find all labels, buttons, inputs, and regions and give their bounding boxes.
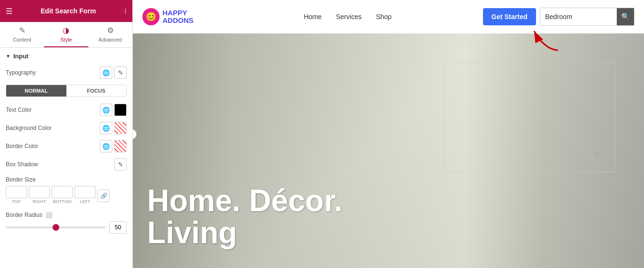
text-color-swatch[interactable] <box>114 104 127 116</box>
typography-controls: 🌐 ✎ <box>100 66 127 79</box>
border-right-label: RIGHT <box>32 199 46 204</box>
logo-icon: 😊 <box>142 8 160 25</box>
border-left-wrap: LEFT <box>75 186 96 204</box>
normal-tab[interactable]: NORMAL <box>6 85 66 96</box>
text-color-row: Text Color 🌐 <box>6 104 127 116</box>
search-button[interactable]: 🔍 <box>617 8 634 25</box>
border-size-label: Border Size <box>6 176 127 183</box>
border-radius-label: Border Radius <box>6 212 43 218</box>
border-link-btn[interactable]: 🔗 <box>97 190 110 202</box>
hero-line2: Living <box>147 217 343 249</box>
box-shadow-label: Box Shadow <box>6 161 38 168</box>
typography-label: Typography <box>6 69 36 76</box>
hero-text: Home. Décor. Living <box>147 185 343 249</box>
box-shadow-edit-btn[interactable]: ✎ <box>114 158 127 171</box>
bg-color-label: Background Color <box>6 125 52 131</box>
nav-shop[interactable]: Shop <box>376 13 392 21</box>
logo-addons: ADDONS <box>162 17 193 25</box>
slider-wrap: 50 <box>6 221 127 234</box>
border-bottom-wrap: BOTTOM <box>52 186 73 204</box>
border-left-input[interactable] <box>75 186 96 198</box>
hamburger-icon[interactable]: ☰ <box>6 7 12 16</box>
logo: 😊 HAPPY ADDONS <box>142 8 193 25</box>
search-icon: 🔍 <box>621 12 630 21</box>
nav-home[interactable]: Home <box>304 13 322 21</box>
border-color-controls: 🌐 <box>100 140 127 152</box>
border-radius-label-row: Border Radius ⬜ <box>6 212 127 218</box>
plus-icon: + <box>593 147 601 162</box>
border-radius-value-input[interactable]: 50 <box>109 221 127 234</box>
nav-services[interactable]: Services <box>336 13 362 21</box>
style-tab-label: Style <box>60 37 72 43</box>
text-color-global-btn[interactable]: 🌐 <box>100 104 112 116</box>
content-tab-label: Content <box>13 37 32 43</box>
preview-area: ‹ 😊 HAPPY ADDONS Home Services Shop Get … <box>133 0 644 268</box>
logo-text: HAPPY ADDONS <box>162 9 193 25</box>
border-size-section: Border Size TOP RIGHT BOTTOM <box>6 176 127 206</box>
section-arrow: ▼ <box>6 54 11 59</box>
input-section-header[interactable]: ▼ Input <box>6 53 127 60</box>
search-box: 🔍 <box>540 8 634 26</box>
border-top-wrap: TOP <box>6 186 27 204</box>
text-color-label: Text Color <box>6 107 32 113</box>
red-arrow <box>529 26 568 55</box>
tab-advanced[interactable]: ⚙ Advanced <box>88 22 132 47</box>
arrow-svg <box>529 26 568 55</box>
box-shadow-row: Box Shadow ✎ <box>6 158 127 171</box>
left-panel: ☰ Edit Search Form ⁝ ✎ Content ◑ Style ⚙… <box>0 0 133 268</box>
border-right-input[interactable] <box>29 186 50 198</box>
border-radius-icon: ⬜ <box>45 212 53 218</box>
text-color-controls: 🌐 <box>100 104 127 116</box>
tab-style[interactable]: ◑ Style <box>44 22 88 47</box>
grid-icon[interactable]: ⁝ <box>124 7 127 16</box>
bg-color-row: Background Color 🌐 <box>6 122 127 134</box>
normal-focus-tabs: NORMAL FOCUS <box>6 85 127 97</box>
tab-content[interactable]: ✎ Content <box>0 22 44 47</box>
border-left-label: LEFT <box>80 199 90 204</box>
panel-title: Edit Search Form <box>41 7 96 15</box>
border-color-label: Border Color <box>6 143 38 150</box>
hero-line1: Home. Décor. <box>147 185 343 217</box>
bg-color-swatch[interactable] <box>114 122 127 134</box>
get-started-button[interactable]: Get Started <box>483 8 536 25</box>
search-input[interactable] <box>540 9 617 24</box>
box-shadow-controls: ✎ <box>114 158 127 171</box>
typography-global-btn[interactable]: 🌐 <box>100 66 112 79</box>
style-tab-icon: ◑ <box>63 26 69 35</box>
panel-content: ▼ Input Typography 🌐 ✎ NORMAL FOCUS Text… <box>0 48 132 268</box>
border-size-inputs: TOP RIGHT BOTTOM LEFT <box>6 186 96 204</box>
border-bottom-label: BOTTOM <box>53 199 71 204</box>
border-top-label: TOP <box>12 199 21 204</box>
border-radius-slider[interactable] <box>6 226 106 228</box>
border-color-global-btn[interactable]: 🌐 <box>100 140 112 152</box>
advanced-tab-icon: ⚙ <box>107 26 114 35</box>
border-color-swatch[interactable] <box>114 140 127 152</box>
dashed-placeholder-box: + <box>443 62 615 172</box>
border-bottom-input[interactable] <box>52 186 73 198</box>
typography-row: Typography 🌐 ✎ <box>6 66 127 79</box>
logo-happy: HAPPY <box>162 9 193 17</box>
nav-right: Get Started 🔍 <box>483 8 634 26</box>
content-tab-icon: ✎ <box>19 26 25 35</box>
border-color-row: Border Color 🌐 <box>6 140 127 152</box>
input-section-title: Input <box>13 53 29 60</box>
panel-header: ☰ Edit Search Form ⁝ <box>0 0 132 22</box>
bg-color-controls: 🌐 <box>100 122 127 134</box>
panel-tabs: ✎ Content ◑ Style ⚙ Advanced <box>0 22 132 48</box>
border-size-inputs-row: TOP RIGHT BOTTOM LEFT 🔗 <box>6 186 127 206</box>
advanced-tab-label: Advanced <box>98 37 122 43</box>
border-top-input[interactable] <box>6 186 27 198</box>
bg-color-global-btn[interactable]: 🌐 <box>100 122 112 134</box>
logo-emoji: 😊 <box>146 11 156 22</box>
typography-edit-btn[interactable]: ✎ <box>114 66 127 79</box>
nav-links: Home Services Shop <box>213 13 483 21</box>
border-right-wrap: RIGHT <box>29 186 50 204</box>
border-radius-section: Border Radius ⬜ 50 <box>6 212 127 234</box>
focus-tab[interactable]: FOCUS <box>66 85 127 96</box>
